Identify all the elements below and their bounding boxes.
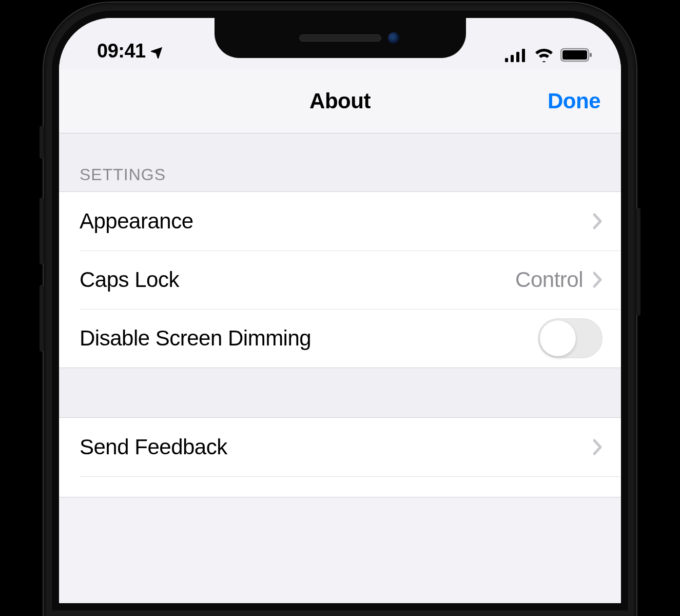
device-inner: 09:41 [52, 11, 628, 610]
section-header-settings: Settings [59, 133, 621, 191]
toggle-knob [540, 320, 576, 356]
row-caps-lock-accessory: Control [515, 267, 603, 292]
svg-rect-5 [562, 50, 587, 60]
location-icon [151, 44, 165, 59]
row-caps-lock[interactable]: Caps Lock Control [59, 251, 621, 309]
row-disable-dimming-accessory [538, 318, 603, 358]
front-camera [388, 32, 399, 44]
status-time: 09:41 [97, 40, 146, 62]
svg-rect-6 [590, 53, 592, 57]
volume-up-button [40, 198, 44, 264]
settings-group: Appearance Caps Lock Control Disab [59, 191, 621, 368]
disable-dimming-toggle[interactable] [538, 318, 603, 358]
section-gap [59, 368, 621, 417]
row-next-partial[interactable] [59, 476, 621, 497]
content: Settings Appearance Caps Lock Control [59, 133, 621, 497]
svg-rect-3 [522, 49, 525, 62]
row-appearance[interactable]: Appearance [59, 192, 621, 251]
done-button[interactable]: Done [548, 89, 600, 113]
nav-bar: About Done [59, 69, 621, 133]
row-appearance-accessory [592, 213, 603, 230]
notch [215, 18, 466, 58]
row-send-feedback-accessory [592, 438, 603, 456]
chevron-right-icon [592, 271, 603, 288]
cellular-icon [505, 48, 528, 62]
speaker-grill [299, 34, 381, 42]
volume-down-button [40, 285, 44, 352]
svg-rect-2 [516, 52, 519, 62]
row-caps-lock-value: Control [515, 267, 583, 292]
row-disable-dimming-label: Disable Screen Dimming [80, 326, 311, 351]
svg-rect-0 [505, 58, 508, 62]
row-caps-lock-label: Caps Lock [80, 267, 179, 292]
device-frame: 09:41 [44, 3, 636, 616]
chevron-right-icon [592, 213, 603, 230]
chevron-right-icon [592, 438, 603, 456]
screen: 09:41 [59, 18, 621, 603]
svg-rect-1 [511, 55, 514, 62]
battery-icon [560, 48, 593, 62]
mute-switch [40, 126, 44, 159]
wifi-icon [534, 48, 554, 62]
status-left: 09:41 [84, 40, 165, 62]
row-send-feedback[interactable]: Send Feedback [59, 418, 621, 476]
row-appearance-label: Appearance [80, 209, 193, 234]
page-title: About [309, 89, 371, 113]
power-button [636, 208, 640, 316]
feedback-group: Send Feedback [59, 417, 621, 497]
status-right [505, 48, 596, 62]
row-disable-dimming: Disable Screen Dimming [59, 309, 621, 368]
row-send-feedback-label: Send Feedback [80, 435, 227, 459]
